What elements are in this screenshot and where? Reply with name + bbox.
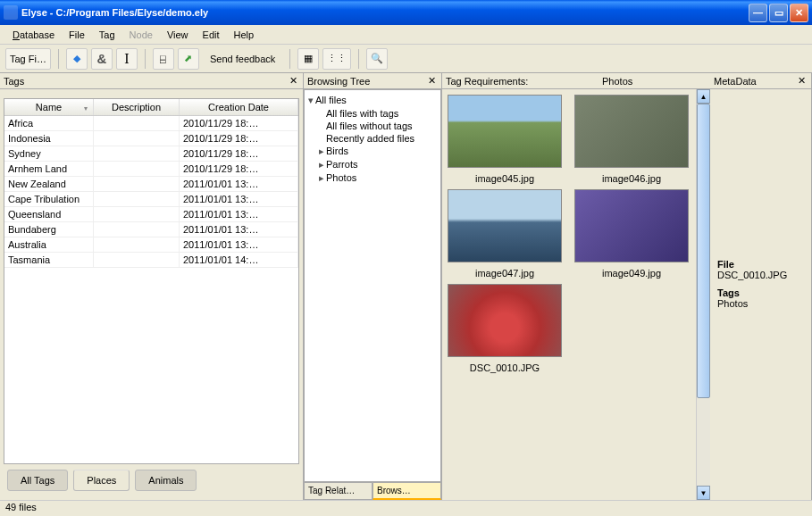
tree-panel-close[interactable]: ✕ (425, 75, 438, 87)
thumbnail[interactable]: image049.jpg (574, 189, 689, 280)
photos-panel: Tag Requirements: Photos image045.jpg im… (442, 73, 710, 500)
ampersand-button[interactable]: & (91, 48, 113, 70)
tags-table: Name▾ Description Creation Date Africa20… (4, 98, 299, 464)
scanner-button-1[interactable]: ⌸ (153, 48, 174, 70)
cell-date: 2011/01/01 13:… (180, 222, 298, 237)
menubar: Database File Tag Node View Edit Help (0, 25, 812, 45)
cell-desc (94, 192, 180, 206)
text-cursor-button[interactable]: I (116, 48, 138, 70)
tab-browse[interactable]: Brows… (373, 482, 441, 500)
table-row[interactable]: Arnhem Land2010/11/29 18:… (4, 162, 298, 177)
table-row[interactable]: Tasmania2011/01/01 14:… (4, 253, 298, 268)
maximize-button[interactable]: ▭ (769, 4, 788, 22)
thumbnail-image (448, 189, 562, 262)
tree-body: ▾All files All files with tagsAll files … (304, 89, 441, 482)
menu-edit[interactable]: Edit (196, 28, 227, 42)
tab-tag-relations[interactable]: Tag Relat… (304, 482, 373, 500)
minimize-button[interactable]: — (749, 4, 767, 22)
tree-root[interactable]: ▾All files (306, 94, 439, 107)
thumbnail[interactable]: image046.jpg (574, 95, 689, 186)
cell-desc (94, 222, 180, 237)
cell-name: Arnhem Land (4, 162, 94, 176)
cell-desc (94, 131, 180, 146)
send-feedback-label[interactable]: Send feedback (203, 54, 282, 64)
cell-name: New Zealand (4, 177, 94, 191)
app-icon (4, 5, 18, 20)
thumbnail-caption: image047.jpg (448, 266, 562, 280)
tree-panel-title: Browsing Tree (307, 76, 370, 87)
tree-item[interactable]: ▸Birds (306, 145, 439, 158)
thumbnail-image (448, 284, 562, 357)
tab-all-tags[interactable]: All Tags (7, 470, 68, 491)
thumbnail[interactable]: DSC_0010.JPG (448, 284, 562, 375)
menu-view[interactable]: View (160, 28, 196, 42)
search-button[interactable]: 🔍 (366, 48, 388, 70)
tab-places[interactable]: Places (73, 470, 130, 491)
table-row[interactable]: Africa2010/11/29 18:… (4, 116, 298, 131)
statusbar: 49 files (0, 500, 812, 516)
tags-panel-close[interactable]: ✕ (287, 75, 299, 87)
scroll-track[interactable] (697, 104, 710, 486)
tab-animals[interactable]: Animals (135, 470, 197, 491)
view-large-icons-button[interactable]: ▦ (297, 48, 319, 70)
toolbar-separator (58, 49, 59, 69)
table-row[interactable]: Bundaberg2011/01/01 13:… (4, 222, 298, 237)
tag-add-button[interactable]: ◆ (66, 48, 88, 70)
scroll-up-button[interactable]: ▲ (697, 89, 710, 104)
meta-body: File DSC_0010.JPG Tags Photos (710, 89, 811, 500)
tree-item[interactable]: All files without tags (306, 120, 439, 132)
view-small-icons-button[interactable]: ⋮⋮ (322, 48, 351, 70)
thumbnail[interactable]: image045.jpg (448, 95, 562, 186)
tag-filter-button[interactable]: Tag Fi… (5, 48, 51, 70)
tags-panel-title: Tags (4, 76, 24, 87)
table-row[interactable]: Indonesia2010/11/29 18:… (4, 131, 298, 146)
thumbnail-image (574, 95, 689, 168)
tree-item[interactable]: All files with tags (306, 107, 439, 120)
table-row[interactable]: Sydney2010/11/29 18:… (4, 146, 298, 162)
cell-desc (94, 237, 180, 252)
tree-item[interactable]: ▸Parrots (306, 158, 439, 171)
table-row[interactable]: New Zealand2011/01/01 13:… (4, 177, 298, 192)
cell-date: 2011/01/01 13:… (180, 207, 298, 221)
tag-requirements-label: Tag Requirements: (446, 76, 528, 87)
scanner-arrow-icon: ⬈ (184, 53, 192, 64)
cell-date: 2011/01/01 14:… (180, 253, 298, 267)
cell-desc (94, 162, 180, 176)
titlebar: Elyse - C:/Program Files/Elyse/demo.ely … (0, 0, 812, 25)
scrollbar[interactable]: ▲ ▼ (696, 89, 710, 500)
col-description[interactable]: Description (94, 99, 180, 115)
thumbnail[interactable]: image047.jpg (448, 189, 562, 280)
tree-bottom-tabs: Tag Relat… Brows… (304, 482, 441, 500)
tree-panel-header: Browsing Tree ✕ (304, 73, 441, 89)
small-icons-icon: ⋮⋮ (327, 53, 347, 64)
meta-file-value: DSC_0010.JPG (717, 270, 804, 280)
tree-item[interactable]: ▸Photos (306, 171, 439, 185)
expand-icon[interactable]: ▸ (317, 159, 326, 171)
expand-icon[interactable]: ▸ (317, 172, 326, 184)
expand-icon[interactable]: ▾ (306, 95, 315, 106)
menu-file[interactable]: File (62, 28, 92, 42)
menu-database[interactable]: Database (5, 28, 62, 42)
col-creation-date[interactable]: Creation Date (180, 99, 298, 115)
thumbnail-caption: DSC_0010.JPG (448, 361, 562, 375)
meta-panel-close[interactable]: ✕ (795, 75, 808, 87)
toolbar-separator (145, 49, 146, 69)
expand-icon[interactable]: ▸ (317, 146, 326, 157)
window-title: Elyse - C:/Program Files/Elyse/demo.ely (21, 7, 749, 18)
table-row[interactable]: Australia2011/01/01 13:… (4, 237, 298, 253)
scanner-button-2[interactable]: ⬈ (178, 48, 199, 70)
menu-tag[interactable]: Tag (92, 28, 122, 42)
scroll-down-button[interactable]: ▼ (697, 486, 710, 500)
cell-date: 2010/11/29 18:… (180, 162, 298, 176)
table-row[interactable]: Queensland2011/01/01 13:… (4, 207, 298, 222)
menu-help[interactable]: Help (227, 28, 262, 42)
tree-item[interactable]: Recently added files (306, 132, 439, 145)
meta-file-label: File (717, 259, 804, 270)
scroll-thumb[interactable] (697, 104, 710, 398)
tree-item-label: Birds (326, 146, 348, 156)
col-name[interactable]: Name▾ (4, 99, 94, 115)
close-button[interactable]: ✕ (790, 4, 808, 22)
tags-panel: Tags ✕ Name▾ Description Creation Date A… (0, 73, 304, 500)
cell-date: 2011/01/01 13:… (180, 177, 298, 191)
table-row[interactable]: Cape Tribulation2011/01/01 13:… (4, 192, 298, 207)
